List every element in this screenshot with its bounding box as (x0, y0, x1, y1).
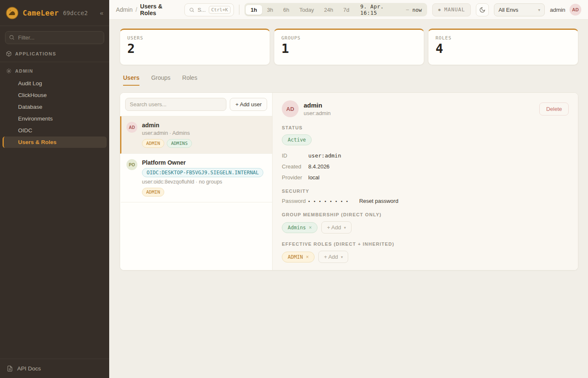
cube-icon (6, 51, 12, 57)
time-display-end[interactable]: now (409, 7, 426, 13)
global-search-button[interactable]: S... Ctrl+K (184, 3, 234, 16)
stat-card-users: USERS 2 (120, 29, 270, 65)
search-icon (9, 34, 15, 40)
current-user-name: admin (550, 7, 565, 13)
users-panel: + Add user AD admin user:admin · Admins … (120, 92, 578, 270)
sidebar-section-applications[interactable]: APPLICATIONS (0, 47, 109, 60)
group-membership-heading: GROUP MEMBERSHIP (DIRECT ONLY) (282, 212, 569, 217)
stat-value: 1 (281, 42, 417, 55)
add-role-button[interactable]: + Add▾ (318, 251, 348, 263)
main-area: Admin / Users & Roles S... Ctrl+K 1h 3h … (109, 0, 588, 378)
field-label: Provider (282, 174, 308, 181)
sidebar-item-audit-log[interactable]: Audit Log (3, 78, 107, 89)
user-list-item-platform-owner[interactable]: PO Platform Owner OIDC:DESKTOP-FB5VGJ9.S… (120, 154, 272, 202)
app-title: CameLeer (23, 9, 59, 17)
tab-roles[interactable]: Roles (182, 74, 197, 86)
oidc-badge: OIDC:DESKTOP-FB5VGJ9.SIEGELN.INTERNAL (142, 168, 263, 177)
sidebar-header: CameLeer 69dcce2 « (0, 0, 109, 26)
role-chips: ADMIN× + Add▾ (282, 251, 569, 263)
sidebar-item-clickhouse[interactable]: ClickHouse (3, 89, 107, 101)
remove-icon[interactable]: × (309, 225, 312, 231)
time-range-3h[interactable]: 3h (262, 5, 278, 15)
time-range-7d[interactable]: 7d (338, 5, 354, 15)
user-name: admin (142, 122, 192, 129)
field-label: Created (282, 163, 308, 170)
shortcut-badge: Ctrl+K (209, 6, 231, 14)
sidebar-item-users-roles[interactable]: Users & Roles (3, 136, 107, 148)
group-badge: ADMINS (167, 139, 192, 148)
time-display-separator: – (406, 7, 409, 13)
breadcrumb-current: Users & Roles (140, 3, 180, 16)
add-user-button[interactable]: + Add user (230, 98, 267, 111)
section-label: APPLICATIONS (15, 51, 56, 56)
user-detail-panel: AD admin user:admin Delete STATUS Active… (273, 93, 578, 270)
add-group-button[interactable]: + Add▾ (321, 221, 351, 234)
refresh-mode-button[interactable]: ● MANUAL (432, 3, 471, 16)
security-heading: SECURITY (282, 189, 569, 194)
stat-label: ROLES (436, 35, 571, 41)
user-name: Platform Owner (142, 159, 263, 166)
api-docs-link[interactable]: API Docs (0, 359, 109, 378)
sidebar-collapse-icon[interactable]: « (100, 9, 103, 16)
time-range-24h[interactable]: 24h (319, 5, 338, 15)
badge-row: ADMIN (142, 188, 263, 197)
field-value: 8.4.2026 (308, 163, 330, 170)
password-label: Password (282, 198, 308, 204)
password-row: Password • • • • • • • • Reset password (282, 198, 569, 204)
detail-header: AD admin user:admin Delete (282, 100, 569, 117)
group-chips: Admins× + Add▾ (282, 221, 569, 234)
environment-value: All Envs (499, 7, 518, 13)
user-avatar[interactable]: AD (570, 4, 581, 16)
delete-user-button[interactable]: Delete (539, 102, 569, 116)
tab-users[interactable]: Users (123, 74, 139, 86)
divider (239, 5, 239, 15)
app-version: 69dcce2 (63, 10, 88, 16)
avatar: PO (126, 159, 137, 170)
time-range-1h[interactable]: 1h (246, 5, 262, 15)
stat-value: 2 (127, 42, 262, 55)
breadcrumb: Admin / Users & Roles (116, 3, 179, 16)
field-row-provider: Provider local (282, 174, 569, 181)
avatar: AD (282, 100, 299, 117)
effective-roles-heading: EFFECTIVE ROLES (DIRECT + INHERITED) (282, 242, 569, 247)
search-icon (189, 7, 194, 13)
user-search-input[interactable] (125, 98, 226, 111)
sidebar-item-database[interactable]: Database (3, 101, 107, 113)
role-chip-admin: ADMIN× (282, 252, 315, 262)
time-range-6h[interactable]: 6h (278, 5, 294, 15)
theme-toggle-button[interactable] (476, 3, 489, 16)
role-badge: ADMIN (142, 139, 164, 148)
time-range-today[interactable]: Today (294, 5, 319, 15)
time-range-control: 1h 3h 6h Today 24h 7d 9. Apr. 16:15 – no… (244, 3, 428, 16)
status-badge: Active (282, 134, 312, 145)
status-heading: STATUS (282, 125, 569, 130)
moon-icon (479, 7, 486, 13)
user-subtitle: user:oidc:8evzqofluhld · no groups (142, 179, 263, 185)
password-mask: • • • • • • • • (308, 199, 349, 204)
environment-select[interactable]: All Envs ▾ (494, 3, 545, 16)
sidebar-filter-input[interactable] (5, 31, 104, 44)
breadcrumb-admin[interactable]: Admin (116, 6, 133, 13)
remove-icon[interactable]: × (306, 254, 309, 260)
time-display-start[interactable]: 9. Apr. 16:15 (354, 3, 406, 16)
detail-user-id: user:admin (304, 110, 331, 116)
badge-row: ADMIN ADMINS (142, 139, 192, 148)
top-bar: Admin / Users & Roles S... Ctrl+K 1h 3h … (109, 0, 588, 20)
reset-password-link[interactable]: Reset password (359, 198, 398, 204)
sidebar-section-admin[interactable]: ADMIN (0, 64, 109, 77)
user-list-item-admin[interactable]: AD admin user:admin · Admins ADMIN ADMIN… (120, 116, 272, 154)
detail-user-name: admin (304, 102, 331, 109)
field-value: local (308, 174, 320, 181)
user-subtitle: user:admin · Admins (142, 130, 192, 136)
tab-bar: Users Groups Roles (120, 74, 578, 86)
sidebar-item-oidc[interactable]: OIDC (3, 125, 107, 136)
group-chip-admins: Admins× (282, 222, 318, 233)
tab-groups[interactable]: Groups (151, 74, 171, 86)
stat-label: GROUPS (281, 35, 417, 41)
sidebar-item-environments[interactable]: Environments (3, 113, 107, 124)
role-badge: ADMIN (142, 188, 164, 197)
search-label: S... (197, 7, 206, 13)
divider (0, 62, 109, 62)
breadcrumb-separator: / (136, 6, 137, 13)
stat-card-groups: GROUPS 1 (274, 29, 424, 65)
